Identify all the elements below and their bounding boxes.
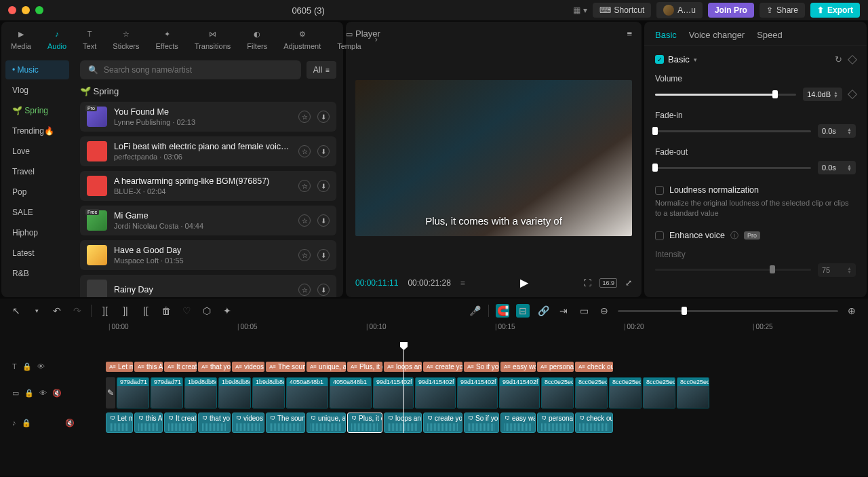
track-item[interactable]: LoFi beat with electric piano and female… [80, 136, 336, 166]
mute-icon[interactable]: 🔇 [65, 419, 75, 427]
tab-audio[interactable]: ♪Audio [45, 26, 69, 52]
snap-icon[interactable]: ⇥ [557, 304, 570, 318]
text-clip[interactable]: A≡It create [164, 362, 197, 372]
export-button[interactable]: ⬆Export [810, 3, 860, 18]
download-icon[interactable]: ⬇ [317, 214, 330, 227]
text-clip[interactable]: A≡The sound [266, 362, 305, 372]
fadein-slider[interactable] [655, 130, 811, 132]
audio-clip[interactable]: 🗨So if you [464, 413, 499, 433]
edit-track-button[interactable]: ✎ [106, 377, 115, 408]
visibility-icon[interactable]: 👁 [39, 389, 47, 397]
minimize-window-button[interactable] [22, 6, 30, 14]
shortcut-button[interactable]: ⌨Shortcut [593, 3, 652, 18]
audio-clip[interactable]: 🗨The sound [266, 413, 305, 433]
download-icon[interactable]: ⬇ [317, 180, 330, 192]
audio-clip[interactable]: 🗨loops and [384, 413, 422, 433]
aspect-ratio-badge[interactable]: 16:9 [599, 278, 617, 288]
audio-clip[interactable]: 🗨unique, an [307, 413, 346, 433]
reset-icon[interactable]: ↻ [835, 54, 842, 64]
text-clip[interactable]: A≡unique, an [307, 362, 346, 372]
fullscreen-icon[interactable]: ⤢ [625, 278, 632, 288]
basic-toggle-checkbox[interactable]: ✓ [655, 55, 664, 64]
favorite-icon[interactable]: ☆ [298, 111, 311, 123]
audio-clip[interactable]: 🗨videos e [232, 413, 264, 433]
text-clip[interactable]: A≡that you [198, 362, 231, 372]
category-sale[interactable]: SALE [5, 203, 69, 222]
category-travel[interactable]: Travel [5, 162, 69, 181]
loudness-checkbox[interactable] [655, 186, 664, 195]
category-music[interactable]: • Music [5, 60, 69, 79]
volume-keyframe-icon[interactable] [848, 90, 857, 99]
tab-adjustment[interactable]: ⚙Adjustment [281, 26, 323, 52]
category-love[interactable]: Love [5, 142, 69, 161]
video-clip[interactable]: 8cc0e25ec2 [575, 377, 608, 408]
category-pop[interactable]: Pop [5, 183, 69, 202]
filter-all-button[interactable]: All≡ [307, 61, 336, 79]
category-rb[interactable]: R&B [5, 264, 69, 283]
video-clip[interactable]: 99d1415402f [499, 377, 540, 408]
magic-tool[interactable]: ✦ [220, 304, 234, 318]
favorite-icon[interactable]: ☆ [298, 284, 311, 296]
favorite-icon[interactable]: ☆ [298, 249, 311, 261]
mic-icon[interactable]: 🎤 [468, 304, 481, 318]
text-clip[interactable]: A≡loops and [384, 362, 422, 372]
play-button[interactable]: ▶ [520, 276, 528, 289]
favorite-icon[interactable]: ☆ [298, 180, 311, 192]
crop-icon[interactable]: ⛶ [583, 278, 591, 288]
category-latest[interactable]: Latest [5, 244, 69, 263]
video-preview[interactable]: Plus, it comes with a variety of [355, 80, 632, 236]
volume-value[interactable]: 14.0dB▲▼ [803, 88, 842, 101]
favorite-icon[interactable]: ☆ [298, 145, 311, 157]
category-vlog[interactable]: Vlog [5, 81, 69, 100]
tab-text[interactable]: TText [80, 26, 99, 52]
join-pro-button[interactable]: Join Pro [708, 3, 754, 18]
more-tabs-icon[interactable]: › [375, 35, 378, 44]
audio-clip[interactable]: 🗨check ou [575, 413, 613, 433]
favorite-icon[interactable]: ☆ [298, 214, 311, 227]
zoom-in-icon[interactable]: ⊕ [845, 304, 859, 318]
video-clip[interactable]: 979dad71 [151, 377, 183, 408]
mute-icon[interactable]: 🔇 [52, 389, 62, 398]
video-clip[interactable]: 99d1415402f [373, 377, 414, 408]
category-spring[interactable]: 🌱 Spring [5, 101, 69, 120]
lock-icon[interactable]: 🔒 [22, 419, 31, 427]
playhead[interactable] [403, 343, 404, 433]
user-account-button[interactable]: A…u [656, 2, 703, 18]
audio-clip[interactable]: 🗨Plus, it co [347, 413, 382, 433]
tab-templa[interactable]: ▭Templa [334, 26, 363, 52]
zoom-slider[interactable] [618, 310, 838, 312]
split-tool[interactable]: ][ [98, 304, 112, 318]
timeline-ruler[interactable]: 00:0000:0500:1000:1500:2000:25 [81, 323, 861, 335]
prop-tab-speed[interactable]: Speed [757, 30, 783, 40]
link-icon[interactable]: 🔗 [536, 304, 550, 318]
cursor-tool[interactable]: ↖ [9, 304, 23, 318]
share-button[interactable]: ⇪Share [760, 3, 805, 18]
video-clip[interactable]: 4050a848b1 [286, 377, 328, 408]
audio-clip[interactable]: 🗨create you [423, 413, 462, 433]
tab-media[interactable]: ▶Media [8, 26, 34, 52]
undo-button[interactable]: ↶ [50, 304, 64, 318]
volume-slider[interactable] [655, 94, 796, 96]
track-item[interactable]: Free Mi Game Jordi Nicolau Costa · 04:44… [80, 206, 336, 235]
split-right-tool[interactable]: |[ [139, 304, 153, 318]
text-clip[interactable]: A≡this AI [134, 362, 163, 372]
dropdown-icon[interactable]: ▾ [694, 56, 697, 63]
text-clip[interactable]: A≡create you [423, 362, 462, 372]
magnet-main-icon[interactable]: 🧲 [496, 304, 509, 318]
search-input[interactable] [104, 65, 293, 75]
video-clip[interactable]: 8cc0e25ec2 [541, 377, 574, 408]
prop-tab-voice-changer[interactable]: Voice changer [689, 30, 745, 40]
text-clip[interactable]: A≡easy way [500, 362, 536, 372]
audio-clip[interactable]: 🗨this AI [134, 413, 163, 433]
shield-tool[interactable]: ⬡ [200, 304, 214, 318]
lock-icon[interactable]: 🔒 [24, 389, 34, 398]
audio-clip[interactable]: 🗨personali [537, 413, 574, 433]
track-item[interactable]: A heartwarming spring-like BGM(976857) B… [80, 171, 336, 201]
video-clip[interactable]: 8cc0e25ec2 [643, 377, 675, 408]
category-trending[interactable]: Trending🔥 [5, 121, 69, 140]
text-clip[interactable]: A≡check ou [575, 362, 613, 372]
text-clip[interactable]: A≡personali [537, 362, 574, 372]
text-clip[interactable]: A≡Plus, it co [347, 362, 382, 372]
track-item[interactable]: Rainy Day ☆ ⬇ [80, 275, 336, 297]
enhance-checkbox[interactable] [655, 231, 664, 240]
